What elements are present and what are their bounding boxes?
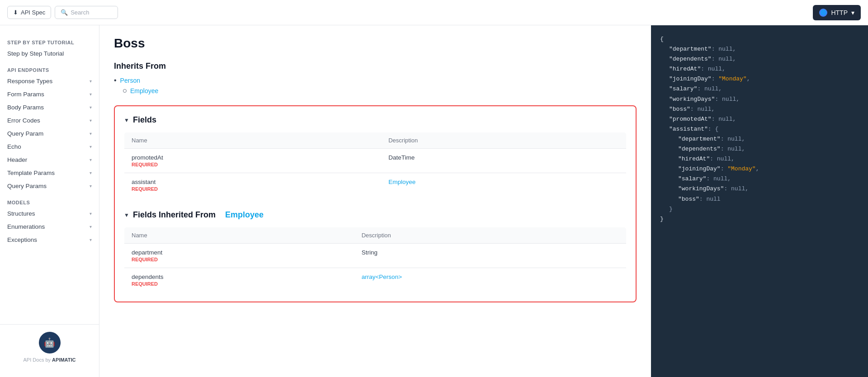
- field-required: REQUIRED: [132, 257, 347, 262]
- person-link[interactable]: Person: [120, 77, 140, 84]
- field-required: REQUIRED: [132, 186, 374, 192]
- fields-section: ▼ Fields Name Description promotedAt REQ…: [114, 105, 637, 302]
- col-desc: Description: [354, 227, 627, 244]
- sidebar-section-endpoints: API ENDPOINTS: [0, 64, 99, 75]
- json-open-brace: {: [660, 34, 859, 44]
- sidebar-item-header[interactable]: Header ▾: [0, 153, 99, 166]
- download-icon: ⬇: [13, 9, 18, 16]
- chevron-icon: ▾: [90, 118, 92, 123]
- api-spec-label: API Spec: [21, 9, 45, 16]
- sidebar-item-exceptions[interactable]: Exceptions ▾: [0, 233, 99, 246]
- chevron-icon: ▾: [90, 224, 92, 229]
- json-content: "department": null, "dependents": null, …: [660, 44, 859, 214]
- sidebar-item-form-params[interactable]: Form Params ▾: [0, 88, 99, 101]
- inherits-item-employee: Employee: [114, 87, 637, 94]
- employee-link[interactable]: Employee: [130, 87, 158, 94]
- api-spec-button[interactable]: ⬇ API Spec: [7, 6, 51, 19]
- table-row: dependents REQUIRED array<Person>: [124, 268, 627, 292]
- globe-icon: 🌐: [819, 9, 827, 17]
- triangle-icon: ▼: [124, 212, 129, 218]
- sidebar-item-query-params[interactable]: Query Params ▾: [0, 179, 99, 193]
- inherits-title: Inherits From: [114, 61, 637, 71]
- inherited-heading: ▼ Fields Inherited From Employee: [124, 210, 627, 220]
- col-desc: Description: [381, 132, 626, 149]
- fields-table: Name Description promotedAt REQUIRED Dat…: [124, 132, 627, 198]
- circle-icon: [123, 89, 127, 93]
- json-close-brace: }: [660, 214, 859, 224]
- sidebar-item-error-codes[interactable]: Error Codes ▾: [0, 114, 99, 127]
- chevron-icon: ▾: [90, 79, 92, 84]
- fields-title: Fields: [133, 115, 156, 125]
- triangle-icon: ▼: [124, 117, 129, 123]
- inherited-title-prefix: Fields Inherited From: [133, 210, 216, 220]
- bullet-icon: •: [114, 76, 117, 85]
- sidebar-item-query-param[interactable]: Query Param ▾: [0, 127, 99, 140]
- inherits-item-person: • Person: [114, 76, 637, 85]
- field-name: dependents: [132, 273, 347, 280]
- field-name: assistant: [132, 179, 374, 185]
- sidebar: STEP BY STEP TUTORIAL Step by Step Tutor…: [0, 25, 99, 377]
- main-layout: STEP BY STEP TUTORIAL Step by Step Tutor…: [0, 25, 868, 377]
- inherited-employee-link[interactable]: Employee: [225, 210, 264, 220]
- table-header-row: Name Description: [124, 227, 627, 244]
- chevron-icon: ▾: [90, 237, 92, 242]
- sidebar-section-models: MODELS: [0, 196, 99, 207]
- field-name: promotedAt: [132, 154, 374, 161]
- search-placeholder: Search: [71, 9, 89, 16]
- sidebar-item-structures[interactable]: Structures ▾: [0, 207, 99, 220]
- search-icon: 🔍: [61, 9, 68, 16]
- field-required: REQUIRED: [132, 281, 347, 287]
- chevron-icon: ▾: [90, 211, 92, 216]
- topbar: ⬇ API Spec 🔍 Search 🌐 HTTP ▾: [0, 0, 868, 25]
- inherits-section: Inherits From • Person Employee: [114, 61, 637, 94]
- http-label: HTTP: [831, 9, 848, 16]
- field-required: REQUIRED: [132, 162, 374, 167]
- inherits-list: • Person Employee: [114, 76, 637, 94]
- sidebar-item-template-params[interactable]: Template Params ▾: [0, 166, 99, 179]
- page-title: Boss: [114, 36, 637, 51]
- chevron-icon: ▾: [90, 144, 92, 149]
- chevron-icon: ▾: [90, 184, 92, 188]
- inherited-section: ▼ Fields Inherited From Employee Name De…: [124, 210, 627, 292]
- sidebar-item-tutorial[interactable]: Step by Step Tutorial: [0, 47, 99, 60]
- table-row: assistant REQUIRED Employee: [124, 173, 627, 198]
- chevron-icon: ▾: [90, 131, 92, 136]
- field-name: department: [132, 249, 347, 256]
- field-desc: String: [362, 249, 377, 256]
- col-name: Name: [124, 227, 354, 244]
- sidebar-footer: 🤖 API Docs by APIMATIC: [0, 324, 99, 370]
- avatar: 🤖: [39, 332, 61, 353]
- sidebar-section-tutorial: STEP BY STEP TUTORIAL: [0, 36, 99, 47]
- field-desc: DateTime: [388, 154, 415, 161]
- sidebar-item-body-params[interactable]: Body Params ▾: [0, 101, 99, 114]
- table-row: promotedAt REQUIRED DateTime: [124, 149, 627, 173]
- col-name: Name: [124, 132, 382, 149]
- chevron-icon: ▾: [90, 170, 92, 175]
- http-dropdown-button[interactable]: 🌐 HTTP ▾: [813, 5, 861, 20]
- topbar-right: 🌐 HTTP ▾: [813, 5, 861, 20]
- sidebar-item-echo[interactable]: Echo ▾: [0, 140, 99, 153]
- field-desc-link[interactable]: Employee: [388, 179, 415, 185]
- chevron-down-icon: ▾: [851, 9, 854, 16]
- fields-heading: ▼ Fields: [124, 115, 627, 125]
- content-area: Boss Inherits From • Person Employee ▼ F…: [99, 25, 651, 377]
- powered-by: API Docs by APIMATIC: [7, 357, 92, 363]
- chevron-icon: ▾: [90, 157, 92, 162]
- topbar-left: ⬇ API Spec 🔍 Search: [7, 6, 118, 19]
- table-header-row: Name Description: [124, 132, 627, 149]
- chevron-icon: ▾: [90, 92, 92, 97]
- chevron-icon: ▾: [90, 105, 92, 110]
- sidebar-item-enumerations[interactable]: Enumerations ▾: [0, 220, 99, 233]
- table-row: department REQUIRED String: [124, 244, 627, 268]
- field-desc-link[interactable]: array<Person>: [362, 273, 402, 280]
- inherited-fields-table: Name Description department REQUIRED Str…: [124, 227, 627, 292]
- sidebar-item-response-types[interactable]: Response Types ▾: [0, 75, 99, 88]
- search-box[interactable]: 🔍 Search: [55, 6, 118, 19]
- right-panel: { "department": null, "dependents": null…: [651, 25, 868, 377]
